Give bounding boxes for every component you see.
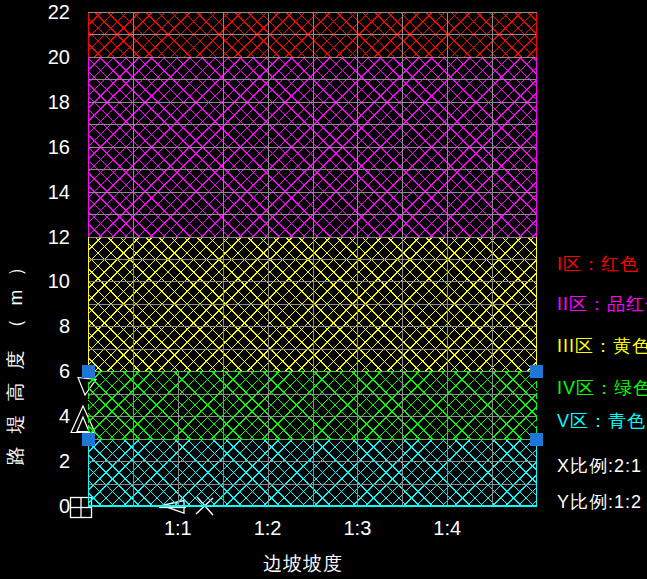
legend-item-scale-x: X比例:2:1 [557, 456, 642, 476]
zone-V-left-edge [88, 439, 89, 506]
v-gridline [492, 12, 493, 506]
zone-I-right-edge [536, 12, 537, 57]
zone-V-right-edge [536, 439, 537, 506]
legend-item-scale-y: Y比例:1:2 [557, 492, 642, 512]
legend-item-zone-IV: IV区：绿色 [557, 378, 647, 398]
selected-zone-outline-bottom[interactable] [88, 439, 537, 440]
y-tick-label: 10 [34, 270, 70, 292]
v-gridline [223, 12, 224, 506]
y-tick-label: 0 [34, 495, 70, 517]
zone-III-right-edge [536, 237, 537, 372]
legend-item-zone-III: III区：黄色 [557, 336, 647, 356]
selected-zone-outline-top[interactable] [88, 371, 537, 372]
legend-item-zone-I: I区：红色 [557, 254, 639, 274]
y-tick-label: 20 [34, 46, 70, 68]
plot-top-frame [88, 12, 537, 13]
v-gridline [268, 12, 269, 506]
selected-zone-outline-right[interactable] [536, 371, 537, 438]
v-gridline [402, 12, 403, 506]
x-axis-baseline [88, 505, 537, 507]
selected-zone-outline-left[interactable] [88, 371, 89, 438]
y-tick-label: 2 [34, 450, 70, 472]
y-tick-label: 6 [34, 360, 70, 382]
v-gridline [447, 12, 448, 506]
zone-I-left-edge [88, 12, 89, 57]
y-tick-label: 8 [34, 315, 70, 337]
grip-handle[interactable] [530, 365, 543, 378]
y-tick-label: 14 [34, 181, 70, 203]
cad-canvas[interactable]: 路堤高度（m） 边坡坡度 02468101214161820221:11:21:… [0, 0, 647, 579]
x-tick-label: 1:1 [146, 517, 210, 539]
v-gridline [357, 12, 358, 506]
x-tick-label: 1:2 [236, 517, 300, 539]
y-tick-label: 18 [34, 91, 70, 113]
v-gridline [133, 12, 134, 506]
zone-II-left-edge [88, 57, 89, 237]
legend-item-zone-II: II区：品红色 [557, 294, 647, 314]
y-tick-label: 4 [34, 405, 70, 427]
grip-handle[interactable] [82, 365, 95, 378]
zone-III-left-edge [88, 237, 89, 372]
v-gridline [313, 12, 314, 506]
y-tick-label: 12 [34, 226, 70, 248]
y-axis-title: 路堤高度（m） [5, 243, 27, 467]
x-axis-title: 边坡坡度 [248, 551, 358, 577]
legend-item-zone-V: V区：青色 [557, 411, 646, 431]
y-tick-label: 22 [34, 1, 70, 23]
x-tick-label: 1:3 [325, 517, 389, 539]
x-tick-label: 1:4 [415, 517, 479, 539]
y-tick-label: 16 [34, 136, 70, 158]
zone-II-right-edge [536, 57, 537, 237]
grip-handle[interactable] [82, 433, 95, 446]
grip-handle[interactable] [530, 433, 543, 446]
